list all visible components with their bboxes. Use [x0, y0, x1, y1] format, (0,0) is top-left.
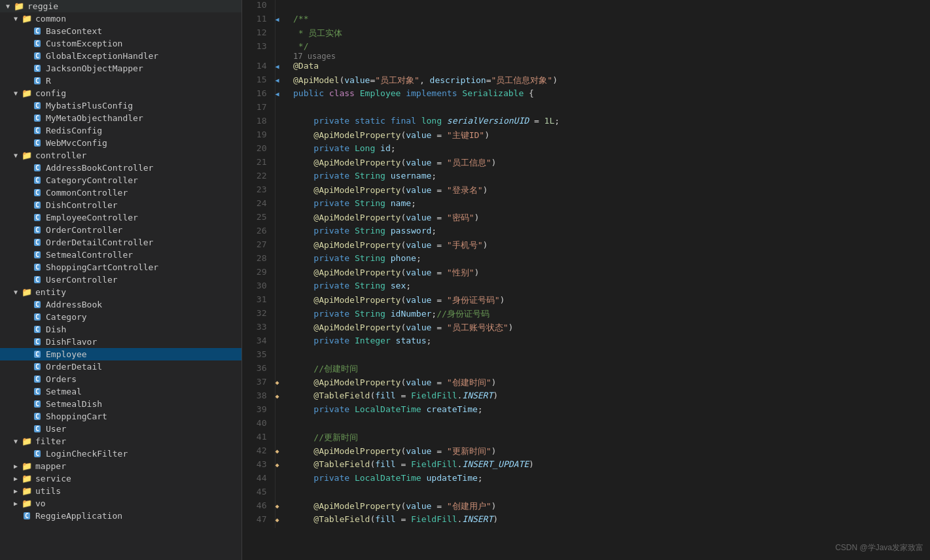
code-line-32: 32 private String idNumber;//身份证号码	[242, 308, 831, 322]
file-tree[interactable]: ▼ 📁 reggie ▼ 📁 common C BaseContext C Cu…	[0, 0, 242, 560]
tree-item-MybatisPlusConfig[interactable]: C MybatisPlusConfig	[0, 99, 241, 112]
tree-item-SetmealController[interactable]: C SetmealController	[0, 249, 241, 261]
code-line-45: 45	[242, 487, 831, 500]
folder-icon-reggie: 📁	[13, 1, 25, 11]
code-line-19: 19 @ApiModelProperty(value = "主键ID")	[242, 130, 831, 143]
code-line-22: 22 private String username;	[242, 171, 831, 184]
code-line-16: 16 ◀ public class Employee implements Se…	[242, 88, 831, 102]
tree-group-config[interactable]: ▼ 📁 config	[0, 87, 241, 99]
arrow-reggie: ▼	[3, 3, 13, 10]
tree-label-service: service	[35, 474, 71, 483]
tree-group-entity[interactable]: ▼ 📁 entity	[0, 286, 241, 298]
code-line-41: 41 //更新时间	[242, 432, 831, 446]
code-line-31: 31 @ApiModelProperty(value = "身份证号码")	[242, 294, 831, 308]
tree-item-CommonController[interactable]: C CommonController	[0, 186, 241, 199]
tree-root-reggie[interactable]: ▼ 📁 reggie	[0, 0, 241, 12]
code-line-18: 18 private static final long serialVersi…	[242, 116, 831, 130]
tree-item-AddressBookController[interactable]: C AddressBookController	[0, 162, 241, 174]
tree-group-controller[interactable]: ▼ 📁 controller	[0, 149, 241, 162]
tree-item-UserController[interactable]: C UserController	[0, 273, 241, 286]
code-line-13: 13 */17 usages	[242, 41, 831, 61]
tree-item-Category[interactable]: C Category	[0, 311, 241, 323]
code-line-30: 30 private String sex;	[242, 281, 831, 294]
code-line-47: 47 ◆ @TableField(fill = FieldFill.INSERT…	[242, 514, 831, 528]
tree-item-Employee[interactable]: C Employee	[0, 348, 241, 360]
code-line-26: 26 private String password;	[242, 226, 831, 239]
tree-item-RedisConfig[interactable]: C RedisConfig	[0, 124, 241, 137]
code-line-36: 36 //创建时间	[242, 363, 831, 377]
code-line-28: 28 private String phone;	[242, 253, 831, 267]
tree-item-ShoppingCartController[interactable]: C ShoppingCartController	[0, 261, 241, 273]
code-editor: 10 11 ◀ /** 12 * 员工实体 13 */17 usages	[242, 0, 930, 560]
tree-item-Orders[interactable]: C Orders	[0, 373, 241, 385]
tree-item-ShoppingCart[interactable]: C ShoppingCart	[0, 410, 241, 423]
code-line-25: 25 @ApiModelProperty(value = "密码")	[242, 212, 831, 226]
code-line-12: 12 * 员工实体	[242, 27, 831, 41]
code-line-23: 23 @ApiModelProperty(value = "登录名")	[242, 184, 831, 198]
code-line-40: 40	[242, 418, 831, 432]
tree-group-service[interactable]: ▶ 📁 service	[0, 472, 241, 485]
tree-item-User[interactable]: C User	[0, 423, 241, 435]
code-line-37: 37 ◆ @ApiModelProperty(value = "创建时间")	[242, 377, 831, 391]
tree-item-EmployeeController[interactable]: C EmployeeController	[0, 211, 241, 224]
tree-item-Setmeal[interactable]: C Setmeal	[0, 385, 241, 398]
watermark: CSDN @学Java发家致富	[835, 542, 923, 553]
code-line-46: 46 ◆ @ApiModelProperty(value = "创建用户")	[242, 500, 831, 514]
tree-item-DishController[interactable]: C DishController	[0, 199, 241, 211]
tree-item-OrderDetailController[interactable]: C OrderDetailController	[0, 236, 241, 249]
tree-group-common[interactable]: ▼ 📁 common	[0, 12, 241, 25]
tree-item-DishFlavor[interactable]: C DishFlavor	[0, 336, 241, 348]
code-line-14: 14 ◀ @Data	[242, 61, 831, 75]
tree-item-ReggieApplication[interactable]: C ReggieApplication	[0, 510, 241, 522]
tree-item-JacksonObjectMapper[interactable]: C JacksonObjectMapper	[0, 62, 241, 75]
code-line-15: 15 ◀ @ApiModel(value="员工对象", description…	[242, 75, 831, 88]
code-line-17: 17	[242, 102, 831, 116]
tree-group-vo[interactable]: ▶ 📁 vo	[0, 497, 241, 510]
code-line-20: 20 private Long id;	[242, 143, 831, 157]
tree-item-LoginCheckFilter[interactable]: C LoginCheckFilter	[0, 447, 241, 460]
tree-item-Dish[interactable]: C Dish	[0, 323, 241, 336]
code-line-38: 38 ◆ @TableField(fill = FieldFill.INSERT…	[242, 391, 831, 404]
tree-item-SetmealDish[interactable]: C SetmealDish	[0, 398, 241, 410]
code-line-39: 39 private LocalDateTime createTime;	[242, 404, 831, 418]
code-line-29: 29 @ApiModelProperty(value = "性别")	[242, 267, 831, 281]
tree-item-WebMvcConfig[interactable]: C WebMvcConfig	[0, 137, 241, 149]
code-line-21: 21 @ApiModelProperty(value = "员工信息")	[242, 157, 831, 171]
usages-label: 17 usages	[293, 52, 336, 61]
code-line-44: 44 private LocalDateTime updateTime;	[242, 473, 831, 487]
tree-item-BaseContext[interactable]: C BaseContext	[0, 25, 241, 37]
tree-item-OrderController[interactable]: C OrderController	[0, 224, 241, 236]
code-table: 10 11 ◀ /** 12 * 员工实体 13 */17 usages	[242, 0, 831, 528]
code-line-42: 42 ◆ @ApiModelProperty(value = "更新时间")	[242, 446, 831, 459]
tree-item-CategoryController[interactable]: C CategoryController	[0, 174, 241, 186]
tree-item-OrderDetail[interactable]: C OrderDetail	[0, 360, 241, 373]
tree-item-AddressBook[interactable]: C AddressBook	[0, 298, 241, 311]
tree-label-reggie: reggie	[27, 1, 58, 11]
tree-item-MyMetaObjecthandler[interactable]: C MyMetaObjecthandler	[0, 112, 241, 124]
code-line-27: 27 @ApiModelProperty(value = "手机号")	[242, 239, 831, 253]
tree-item-R[interactable]: C R	[0, 75, 241, 87]
code-line-43: 43 ◆ @TableField(fill = FieldFill.INSERT…	[242, 459, 831, 473]
code-line-10: 10	[242, 0, 831, 14]
code-line-11: 11 ◀ /**	[242, 14, 831, 27]
tree-group-filter[interactable]: ▼ 📁 filter	[0, 435, 241, 447]
tree-item-CustomException[interactable]: C CustomException	[0, 37, 241, 50]
tree-group-utils[interactable]: ▶ 📁 utils	[0, 485, 241, 497]
tree-group-mapper[interactable]: ▶ 📁 mapper	[0, 460, 241, 472]
code-line-34: 34 private Integer status;	[242, 336, 831, 349]
tree-item-GlobalExceptionHandler[interactable]: C GlobalExceptionHandler	[0, 50, 241, 62]
code-line-24: 24 private String name;	[242, 198, 831, 212]
code-line-35: 35	[242, 349, 831, 363]
code-line-33: 33 @ApiModelProperty(value = "员工账号状态")	[242, 322, 831, 336]
